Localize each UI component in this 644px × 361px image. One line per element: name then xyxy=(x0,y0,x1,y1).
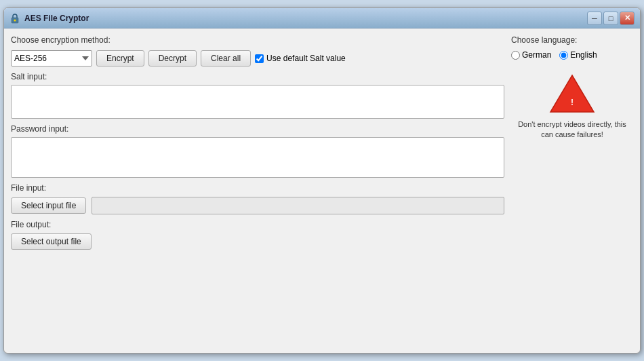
password-input-label: Password input: xyxy=(11,124,504,134)
encryption-method-label: Choose encryption method: xyxy=(11,35,110,45)
password-section: Password input: xyxy=(11,124,504,178)
warning-text: Don't encrypt videos directly, this can … xyxy=(511,119,633,140)
select-output-file-button[interactable]: Select output file xyxy=(11,233,92,250)
right-panel: Choose language: German English xyxy=(511,35,633,346)
file-input-row: Select input file xyxy=(11,197,504,214)
use-default-salt-checkbox[interactable] xyxy=(255,54,264,63)
german-option[interactable]: German xyxy=(511,50,551,60)
controls-row: AES-256 AES-192 AES-128 Encrypt Decrypt … xyxy=(11,50,504,66)
minimize-button[interactable]: ─ xyxy=(587,12,602,25)
salt-section: Salt input: xyxy=(11,72,504,119)
main-window: AES File Cryptor ─ □ ✕ Choose encryption… xyxy=(3,7,641,354)
language-section: Choose language: German English xyxy=(511,35,633,60)
close-button[interactable]: ✕ xyxy=(620,12,635,25)
choose-language-label: Choose language: xyxy=(511,35,633,45)
german-radio[interactable] xyxy=(511,51,520,60)
svg-point-1 xyxy=(14,19,16,21)
decrypt-button[interactable]: Decrypt xyxy=(148,50,197,66)
svg-text:!: ! xyxy=(571,98,573,107)
select-input-file-button[interactable]: Select input file xyxy=(11,197,86,214)
password-input-field[interactable] xyxy=(11,137,504,178)
encrypt-button[interactable]: Encrypt xyxy=(96,50,144,66)
encryption-method-dropdown[interactable]: AES-256 AES-192 AES-128 xyxy=(11,50,92,66)
german-label: German xyxy=(522,50,551,60)
toolbar-row: Choose encryption method: xyxy=(11,35,504,45)
file-input-label: File input: xyxy=(11,183,504,193)
english-radio[interactable] xyxy=(559,51,568,60)
use-default-salt-row: Use default Salt value xyxy=(255,54,346,63)
english-option[interactable]: English xyxy=(559,50,597,60)
content-area: Choose encryption method: AES-256 AES-19… xyxy=(4,28,640,353)
file-output-label: File output: xyxy=(11,220,504,229)
title-bar-buttons: ─ □ ✕ xyxy=(587,12,635,25)
warning-box: ! Don't encrypt videos directly, this ca… xyxy=(511,73,633,140)
left-panel: Choose encryption method: AES-256 AES-19… xyxy=(11,35,504,346)
use-default-salt-label[interactable]: Use default Salt value xyxy=(266,54,346,63)
input-file-path-display xyxy=(92,197,504,214)
title-bar-left: AES File Cryptor xyxy=(9,13,89,24)
file-input-section: File input: Select input file xyxy=(11,183,504,214)
salt-input-label: Salt input: xyxy=(11,72,504,81)
file-output-row: Select output file xyxy=(11,233,504,250)
title-bar: AES File Cryptor ─ □ ✕ xyxy=(4,8,640,28)
language-radio-row: German English xyxy=(511,50,633,60)
maximize-button[interactable]: □ xyxy=(603,12,618,25)
file-output-section: File output: Select output file xyxy=(11,220,504,250)
salt-input-field[interactable] xyxy=(11,85,504,119)
app-icon xyxy=(9,13,20,24)
clear-all-button[interactable]: Clear all xyxy=(201,50,251,66)
window-title: AES File Cryptor xyxy=(24,14,89,23)
warning-triangle-icon: ! xyxy=(548,73,596,114)
english-label: English xyxy=(570,50,597,60)
